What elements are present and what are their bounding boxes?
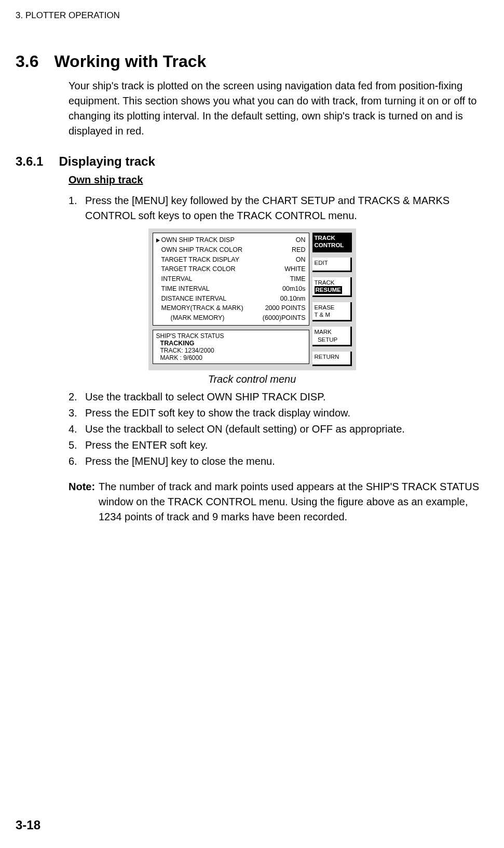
section-title: Working with Track <box>54 52 206 71</box>
subsection-title: Displaying track <box>59 154 155 169</box>
step-number: 4. <box>69 422 85 437</box>
step-list-continued: 2. Use the trackball to select OWN SHIP … <box>69 389 488 469</box>
softkey-header-line2: CONTROL <box>315 241 348 249</box>
softkey-label: TRACK <box>315 279 348 286</box>
menu-value: 2000 POINTS <box>265 303 306 313</box>
softkey-erase: ERASE T & M <box>312 302 352 322</box>
softkey-label-inverted: RESUME <box>315 286 342 293</box>
menu-label: MEMORY(TRACK & MARK) <box>156 303 243 313</box>
subsection-heading: 3.6.1 Displaying track <box>16 154 488 169</box>
menu-row: (MARK MEMORY) (6000)POINTS <box>156 313 306 323</box>
softkey-mark-setup: MARK SETUP <box>312 327 352 346</box>
softkey-header-line1: TRACK <box>315 234 348 241</box>
note-text: The number of track and mark points used… <box>99 479 488 524</box>
ship-track-status-box: SHIP'S TRACK STATUS TRACKING TRACK: 1234… <box>153 330 309 364</box>
step-text: Press the EDIT soft key to show the trac… <box>85 406 488 421</box>
step-5: 5. Press the ENTER soft key. <box>69 438 488 453</box>
status-track-count: TRACK: 1234/2000 <box>156 347 306 354</box>
step-text: Press the [MENU] key to close the menu. <box>85 454 488 469</box>
step-number: 5. <box>69 438 85 453</box>
status-tracking: TRACKING <box>156 340 306 347</box>
menu-value: WHITE <box>284 264 305 274</box>
softkey-edit: EDIT <box>312 258 352 272</box>
figure-caption: Track control menu <box>16 373 488 385</box>
menu-label: TIME INTERVAL <box>156 284 210 294</box>
menu-value: ON <box>296 235 306 245</box>
menu-row: OWN SHIP TRACK COLOR RED <box>156 245 306 255</box>
pointer-icon <box>156 238 160 243</box>
section-heading: 3.6 Working with Track <box>16 52 488 71</box>
note-label: Note: <box>69 479 99 524</box>
menu-value: ON <box>296 255 306 265</box>
softkey-header: TRACK CONTROL <box>312 233 352 252</box>
step-number: 1. <box>69 193 85 223</box>
menu-value: 00.10nm <box>280 294 306 304</box>
track-control-menu-figure: OWN SHIP TRACK DISP ON OWN SHIP TRACK CO… <box>148 228 356 370</box>
note-block: Note: The number of track and mark point… <box>69 479 488 524</box>
softkey-label: ERASE <box>315 304 348 311</box>
menu-row: DISTANCE INTERVAL 00.10nm <box>156 294 306 304</box>
menu-row: TIME INTERVAL 00m10s <box>156 284 306 294</box>
step-number: 3. <box>69 406 85 421</box>
menu-row: OWN SHIP TRACK DISP ON <box>156 235 306 245</box>
menu-options-box: OWN SHIP TRACK DISP ON OWN SHIP TRACK CO… <box>153 233 309 326</box>
menu-value: RED <box>292 245 305 255</box>
softkey-label: EDIT <box>315 259 348 266</box>
own-ship-track-heading: Own ship track <box>69 174 488 186</box>
step-text: Press the ENTER soft key. <box>85 438 488 453</box>
step-text: Use the trackball to select ON (default … <box>85 422 488 437</box>
menu-value: 00m10s <box>282 284 305 294</box>
page-header: 3. PLOTTER OPERATION <box>16 10 488 21</box>
step-2: 2. Use the trackball to select OWN SHIP … <box>69 389 488 405</box>
softkey-return: RETURN <box>312 352 352 366</box>
menu-value: (6000)POINTS <box>263 313 306 323</box>
menu-label: TARGET TRACK DISPLAY <box>156 255 240 265</box>
section-number: 3.6 <box>16 52 38 71</box>
step-3: 3. Press the EDIT soft key to show the t… <box>69 406 488 421</box>
softkey-track-resume: TRACK RESUME <box>312 277 352 297</box>
step-number: 2. <box>69 389 85 405</box>
softkey-label: T & M <box>315 311 348 318</box>
step-6: 6. Press the [MENU] key to close the men… <box>69 454 488 469</box>
step-1: 1. Press the [MENU] key followed by the … <box>69 193 488 223</box>
menu-row: TARGET TRACK DISPLAY ON <box>156 255 306 265</box>
menu-label: OWN SHIP TRACK DISP <box>156 235 235 245</box>
softkey-column: TRACK CONTROL EDIT TRACK RESUME ERASE T … <box>312 233 352 366</box>
subsection-number: 3.6.1 <box>16 154 43 169</box>
intro-paragraph: Your ship's track is plotted on the scre… <box>69 78 488 139</box>
menu-value: TIME <box>290 274 306 284</box>
step-number: 6. <box>69 454 85 469</box>
menu-label: DISTANCE INTERVAL <box>156 294 227 304</box>
menu-label: OWN SHIP TRACK COLOR <box>156 245 243 255</box>
menu-row: MEMORY(TRACK & MARK) 2000 POINTS <box>156 303 306 313</box>
menu-row: TARGET TRACK COLOR WHITE <box>156 264 306 274</box>
step-text: Use the trackball to select OWN SHIP TRA… <box>85 389 488 405</box>
label-text: OWN SHIP TRACK DISP <box>161 236 235 244</box>
menu-label: INTERVAL <box>156 274 193 284</box>
page-number: 3-18 <box>16 818 40 832</box>
menu-label: (MARK MEMORY) <box>156 313 225 323</box>
status-mark-count: MARK : 9/6000 <box>156 354 306 361</box>
status-title: SHIP'S TRACK STATUS <box>156 332 306 340</box>
softkey-label: MARK <box>315 328 348 335</box>
step-list: 1. Press the [MENU] key followed by the … <box>69 193 488 223</box>
step-text: Press the [MENU] key followed by the CHA… <box>85 193 488 223</box>
menu-label: TARGET TRACK COLOR <box>156 264 236 274</box>
menu-left-panel: OWN SHIP TRACK DISP ON OWN SHIP TRACK CO… <box>153 233 309 366</box>
softkey-label: RETURN <box>315 353 348 360</box>
softkey-label: SETUP <box>315 336 348 343</box>
menu-row: INTERVAL TIME <box>156 274 306 284</box>
step-4: 4. Use the trackball to select ON (defau… <box>69 422 488 437</box>
